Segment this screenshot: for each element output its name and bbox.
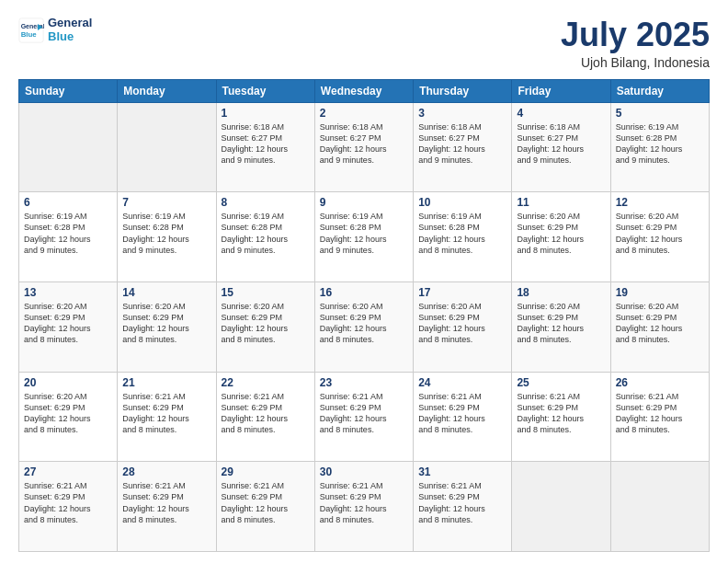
calendar-week-row: 20Sunrise: 6:20 AM Sunset: 6:29 PM Dayli…	[19, 372, 710, 462]
cell-info: Sunrise: 6:18 AM Sunset: 6:27 PM Dayligh…	[222, 121, 310, 167]
calendar-cell: 16Sunrise: 6:20 AM Sunset: 6:29 PM Dayli…	[314, 282, 413, 372]
cell-info: Sunrise: 6:21 AM Sunset: 6:29 PM Dayligh…	[122, 480, 210, 525]
day-number: 12	[616, 196, 704, 209]
calendar-cell: 4Sunrise: 6:18 AM Sunset: 6:27 PM Daylig…	[512, 102, 610, 192]
day-number: 18	[517, 286, 605, 299]
cell-info: Sunrise: 6:21 AM Sunset: 6:29 PM Dayligh…	[616, 391, 704, 436]
day-number: 31	[418, 465, 506, 478]
cell-info: Sunrise: 6:20 AM Sunset: 6:29 PM Dayligh…	[616, 301, 704, 346]
cell-info: Sunrise: 6:20 AM Sunset: 6:29 PM Dayligh…	[517, 301, 605, 346]
cell-info: Sunrise: 6:19 AM Sunset: 6:28 PM Dayligh…	[320, 211, 408, 256]
cell-info: Sunrise: 6:20 AM Sunset: 6:29 PM Dayligh…	[222, 301, 310, 346]
calendar-cell: 25Sunrise: 6:21 AM Sunset: 6:29 PM Dayli…	[512, 372, 610, 462]
cell-info: Sunrise: 6:21 AM Sunset: 6:29 PM Dayligh…	[122, 391, 210, 436]
page: General Blue General Blue July 2025 Ujoh…	[0, 0, 728, 563]
day-number: 7	[122, 196, 210, 209]
cell-info: Sunrise: 6:20 AM Sunset: 6:29 PM Dayligh…	[24, 301, 112, 346]
calendar-table: SundayMondayTuesdayWednesdayThursdayFrid…	[18, 79, 710, 552]
calendar-cell: 2Sunrise: 6:18 AM Sunset: 6:27 PM Daylig…	[314, 102, 413, 192]
cell-info: Sunrise: 6:21 AM Sunset: 6:29 PM Dayligh…	[24, 480, 112, 525]
day-number: 20	[24, 376, 112, 389]
weekday-header-sunday: Sunday	[19, 79, 118, 102]
calendar-week-row: 13Sunrise: 6:20 AM Sunset: 6:29 PM Dayli…	[19, 282, 710, 372]
cell-info: Sunrise: 6:21 AM Sunset: 6:29 PM Dayligh…	[320, 391, 408, 436]
cell-info: Sunrise: 6:20 AM Sunset: 6:29 PM Dayligh…	[418, 301, 506, 346]
calendar-cell	[610, 462, 709, 552]
day-number: 23	[320, 376, 408, 389]
day-number: 11	[517, 196, 605, 209]
calendar-cell: 9Sunrise: 6:19 AM Sunset: 6:28 PM Daylig…	[314, 192, 413, 282]
calendar-cell: 12Sunrise: 6:20 AM Sunset: 6:29 PM Dayli…	[610, 192, 709, 282]
day-number: 9	[320, 196, 408, 209]
location: Ujoh Bilang, Indonesia	[561, 55, 710, 70]
calendar-cell: 26Sunrise: 6:21 AM Sunset: 6:29 PM Dayli…	[610, 372, 709, 462]
day-number: 8	[222, 196, 310, 209]
calendar-cell: 22Sunrise: 6:21 AM Sunset: 6:29 PM Dayli…	[216, 372, 314, 462]
day-number: 27	[24, 465, 112, 478]
day-number: 26	[616, 376, 704, 389]
cell-info: Sunrise: 6:21 AM Sunset: 6:29 PM Dayligh…	[418, 391, 506, 436]
calendar-cell: 24Sunrise: 6:21 AM Sunset: 6:29 PM Dayli…	[414, 372, 512, 462]
day-number: 13	[24, 286, 112, 299]
calendar-cell	[512, 462, 610, 552]
calendar-cell	[19, 102, 118, 192]
calendar-cell: 31Sunrise: 6:21 AM Sunset: 6:29 PM Dayli…	[414, 462, 512, 552]
day-number: 4	[517, 107, 605, 120]
day-number: 10	[418, 196, 506, 209]
weekday-header-wednesday: Wednesday	[314, 79, 413, 102]
calendar-cell: 6Sunrise: 6:19 AM Sunset: 6:28 PM Daylig…	[19, 192, 118, 282]
cell-info: Sunrise: 6:19 AM Sunset: 6:28 PM Dayligh…	[24, 211, 112, 256]
cell-info: Sunrise: 6:21 AM Sunset: 6:29 PM Dayligh…	[418, 480, 506, 525]
cell-info: Sunrise: 6:20 AM Sunset: 6:29 PM Dayligh…	[517, 211, 605, 256]
day-number: 25	[517, 376, 605, 389]
calendar-cell: 5Sunrise: 6:19 AM Sunset: 6:28 PM Daylig…	[610, 102, 709, 192]
calendar-cell: 21Sunrise: 6:21 AM Sunset: 6:29 PM Dayli…	[118, 372, 216, 462]
day-number: 2	[320, 107, 408, 120]
day-number: 24	[418, 376, 506, 389]
cell-info: Sunrise: 6:20 AM Sunset: 6:29 PM Dayligh…	[122, 301, 210, 346]
calendar-week-row: 6Sunrise: 6:19 AM Sunset: 6:28 PM Daylig…	[19, 192, 710, 282]
day-number: 3	[418, 107, 506, 120]
calendar-cell: 8Sunrise: 6:19 AM Sunset: 6:28 PM Daylig…	[216, 192, 314, 282]
cell-info: Sunrise: 6:18 AM Sunset: 6:27 PM Dayligh…	[418, 121, 506, 167]
day-number: 16	[320, 286, 408, 299]
calendar-cell: 11Sunrise: 6:20 AM Sunset: 6:29 PM Dayli…	[512, 192, 610, 282]
calendar-cell: 23Sunrise: 6:21 AM Sunset: 6:29 PM Dayli…	[314, 372, 413, 462]
cell-info: Sunrise: 6:20 AM Sunset: 6:29 PM Dayligh…	[320, 301, 408, 346]
day-number: 5	[616, 107, 704, 120]
day-number: 28	[122, 465, 210, 478]
calendar-cell: 13Sunrise: 6:20 AM Sunset: 6:29 PM Dayli…	[19, 282, 118, 372]
logo-blue: Blue	[48, 30, 92, 44]
logo-general: General	[48, 17, 92, 30]
cell-info: Sunrise: 6:19 AM Sunset: 6:28 PM Dayligh…	[418, 211, 506, 256]
header: General Blue General Blue July 2025 Ujoh…	[18, 17, 710, 70]
weekday-header-thursday: Thursday	[414, 79, 512, 102]
cell-info: Sunrise: 6:20 AM Sunset: 6:29 PM Dayligh…	[616, 211, 704, 256]
calendar-cell: 14Sunrise: 6:20 AM Sunset: 6:29 PM Dayli…	[118, 282, 216, 372]
logo: General Blue General Blue	[18, 17, 92, 44]
day-number: 22	[222, 376, 310, 389]
calendar-cell: 15Sunrise: 6:20 AM Sunset: 6:29 PM Dayli…	[216, 282, 314, 372]
day-number: 21	[122, 376, 210, 389]
day-number: 6	[24, 196, 112, 209]
calendar-cell: 29Sunrise: 6:21 AM Sunset: 6:29 PM Dayli…	[216, 462, 314, 552]
calendar-week-row: 1Sunrise: 6:18 AM Sunset: 6:27 PM Daylig…	[19, 102, 710, 192]
month-title: July 2025	[561, 17, 710, 53]
weekday-header-friday: Friday	[512, 79, 610, 102]
calendar-header-row: SundayMondayTuesdayWednesdayThursdayFrid…	[19, 79, 710, 102]
day-number: 14	[122, 286, 210, 299]
cell-info: Sunrise: 6:21 AM Sunset: 6:29 PM Dayligh…	[222, 480, 310, 525]
svg-text:Blue: Blue	[21, 30, 38, 39]
cell-info: Sunrise: 6:21 AM Sunset: 6:29 PM Dayligh…	[320, 480, 408, 525]
calendar-cell: 28Sunrise: 6:21 AM Sunset: 6:29 PM Dayli…	[118, 462, 216, 552]
calendar-cell: 19Sunrise: 6:20 AM Sunset: 6:29 PM Dayli…	[610, 282, 709, 372]
calendar-cell	[118, 102, 216, 192]
weekday-header-tuesday: Tuesday	[216, 79, 314, 102]
cell-info: Sunrise: 6:21 AM Sunset: 6:29 PM Dayligh…	[517, 391, 605, 436]
cell-info: Sunrise: 6:19 AM Sunset: 6:28 PM Dayligh…	[222, 211, 310, 256]
calendar-cell: 27Sunrise: 6:21 AM Sunset: 6:29 PM Dayli…	[19, 462, 118, 552]
day-number: 1	[222, 107, 310, 120]
day-number: 29	[222, 465, 310, 478]
logo-icon: General Blue	[18, 17, 44, 43]
calendar-cell: 3Sunrise: 6:18 AM Sunset: 6:27 PM Daylig…	[414, 102, 512, 192]
